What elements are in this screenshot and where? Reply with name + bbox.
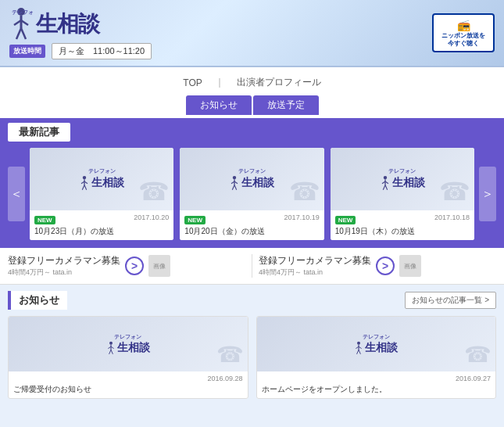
carousel-prev-btn[interactable]: ＜ <box>8 167 25 221</box>
news-title-3: 10月19日（木）の放送 <box>335 226 470 237</box>
svg-point-7 <box>83 176 86 179</box>
card-person-icon-3 <box>380 175 391 191</box>
news-card2-img-2: ☎ テレフォン 生相談 <box>257 317 496 371</box>
news-person-icon-1 <box>106 341 116 355</box>
news-card2-img-1: ☎ テレフォン 生相談 <box>9 317 248 371</box>
card-logo-sub-2: テレフォン <box>238 167 266 175</box>
ad-text-area-1: 登録フリーカメラマン募集 4時間4万円～ tata.in <box>8 254 120 278</box>
new-badge-1: NEW <box>34 216 55 224</box>
news-card2-1[interactable]: ☎ テレフォン 生相談 <box>8 316 248 399</box>
card-logo-sub-3: テレフォン <box>388 167 416 175</box>
svg-line-23 <box>383 185 385 189</box>
tab-notice[interactable]: お知らせ <box>186 95 252 115</box>
news-card-3[interactable]: ☎ テレフォン 生相談 <box>331 148 474 240</box>
nav-top[interactable]: TOP <box>170 73 214 93</box>
news-card-img-3: ☎ テレフォン 生相談 <box>331 148 474 210</box>
svg-line-4 <box>16 28 21 39</box>
svg-line-17 <box>233 185 235 189</box>
phone-bg-icon-2: ☎ <box>289 177 320 206</box>
card-title-1: 生相談 <box>91 176 124 190</box>
card-logo-1: テレフォン 生相談 <box>79 167 124 191</box>
news-section-header: お知らせ お知らせの記事一覧 > <box>8 291 496 310</box>
svg-line-29 <box>109 350 110 354</box>
header-right: 📻 ニッポン放送を今すぐ聴く <box>432 13 495 53</box>
phone-bg-icon-n2: ☎ <box>464 342 491 368</box>
nhk-badge[interactable]: 📻 ニッポン放送を今すぐ聴く <box>432 13 495 53</box>
ad-section: 登録フリーカメラマン募集 4時間4万円～ tata.in > 画像 登録フリーカ… <box>0 248 504 285</box>
news-title-2: 10月20日（金）の放送 <box>184 226 319 237</box>
news-card-img-2: ☎ テレフォン 生相談 <box>180 148 323 210</box>
broadcast-time: 月～金 11:00～11:20 <box>52 43 152 59</box>
card-logo-main-1: 生相談 <box>79 175 124 191</box>
card-logo-3: テレフォン 生相談 <box>380 167 425 191</box>
header: テレフォン 生相談 放送時間 月～金 11:00～11:20 📻 ニッポン放送を… <box>0 0 504 67</box>
news-cards-row: ☎ テレフォン 生相談 <box>8 316 496 399</box>
carousel: ＜ ☎ テレフォン <box>8 148 496 240</box>
section-title: 最新記事 <box>8 123 70 142</box>
nav-profile[interactable]: 出演者プロフィール <box>224 71 334 94</box>
phone-bg-icon-n1: ☎ <box>216 342 244 368</box>
news-card2-footer-2: 2016.09.27 ホームページをオープンしました。 <box>257 371 496 398</box>
card-person-icon-2 <box>229 175 240 191</box>
svg-point-31 <box>357 342 360 345</box>
ad-btn-1[interactable]: > <box>125 257 144 275</box>
nav-divider: ｜ <box>215 76 224 89</box>
broadcast-badge: 放送時間 <box>9 45 45 58</box>
news-card2-2[interactable]: ☎ テレフォン 生相談 <box>256 316 497 399</box>
news-date-1: 2017.10.20 <box>134 214 169 221</box>
news-section: お知らせ お知らせの記事一覧 > ☎ テレフォン <box>0 285 504 405</box>
card-logo-main-3: 生相談 <box>380 175 425 191</box>
svg-line-5 <box>21 28 26 39</box>
ad-sub-1: 4時間4万円～ tata.in <box>8 267 120 278</box>
svg-line-36 <box>359 350 360 354</box>
news-person-icon-2 <box>354 341 363 355</box>
ad-image-1: 画像 <box>148 255 170 277</box>
svg-line-12 <box>84 185 87 189</box>
news-list-btn[interactable]: お知らせの記事一覧 > <box>405 292 496 309</box>
news-date-2: 2017.10.19 <box>284 214 320 221</box>
ad-sub-2: 4時間4万円～ tata.in <box>259 267 371 278</box>
logo-main: テレフォン 生相談 <box>9 6 99 41</box>
news-section-title: お知らせ <box>8 291 67 310</box>
nhk-text: ニッポン放送を今すぐ聴く <box>440 32 487 48</box>
logo-title: 生相談 <box>36 13 99 35</box>
section-header: 最新記事 <box>8 123 496 142</box>
news-card-footer-3: NEW 2017.10.18 10月19日（木）の放送 <box>331 210 474 240</box>
logo-area: テレフォン 生相談 放送時間 月～金 11:00～11:20 <box>9 6 152 59</box>
news-card-2[interactable]: ☎ テレフォン 生相談 <box>180 148 323 240</box>
news2-date-1: 2016.09.28 <box>13 375 243 382</box>
news-card-footer-1: NEW 2017.10.20 10月23日（月）の放送 <box>30 210 173 240</box>
svg-line-24 <box>385 185 388 189</box>
ad-item-1: 登録フリーカメラマン募集 4時間4万円～ tata.in > 画像 <box>8 254 245 278</box>
latest-section: 最新記事 ＜ ☎ テレフォン <box>0 118 504 248</box>
svg-line-30 <box>111 350 113 354</box>
logo-person-icon: テレフォン <box>9 6 33 41</box>
phone-bg-icon-3: ☎ <box>439 177 470 206</box>
news2-title-1: ご帰愛受付のお知らせ <box>13 384 243 395</box>
ad-image-2: 画像 <box>399 255 421 277</box>
nav-row1: TOP ｜ 出演者プロフィール <box>0 67 504 95</box>
svg-point-13 <box>233 176 236 179</box>
ad-btn-2[interactable]: > <box>376 257 395 275</box>
svg-point-19 <box>384 176 387 179</box>
card-logo-sub-1: テレフォン <box>88 167 116 175</box>
carousel-next-btn[interactable]: ＞ <box>479 167 496 221</box>
ad-title-1: 登録フリーカメラマン募集 <box>8 254 120 267</box>
card-logo-2: テレフォン 生相談 <box>229 167 274 191</box>
card-title-3: 生相談 <box>392 176 425 190</box>
news-card-footer-2: NEW 2017.10.19 10月20日（金）の放送 <box>180 210 323 240</box>
svg-line-35 <box>357 350 359 354</box>
new-badge-3: NEW <box>335 216 356 224</box>
ad-item-2: 登録フリーカメラマン募集 4時間4万円～ tata.in > 画像 <box>259 254 496 278</box>
news2-date-2: 2016.09.27 <box>262 375 491 382</box>
svg-line-18 <box>234 185 237 189</box>
tab-schedule[interactable]: 放送予定 <box>253 95 319 115</box>
phone-bg-icon-1: ☎ <box>138 177 170 206</box>
ad-text-area-2: 登録フリーカメラマン募集 4時間4万円～ tata.in <box>259 254 371 278</box>
news-card-img-1: ☎ テレフォン 生相談 <box>30 148 173 210</box>
svg-line-11 <box>82 185 84 189</box>
news-card2-logo-2: テレフォン 生相談 <box>354 333 398 355</box>
card-logo-main-2: 生相談 <box>229 175 274 191</box>
news-card-1[interactable]: ☎ テレフォン 生相談 <box>30 148 173 240</box>
card-person-icon-1 <box>79 175 90 191</box>
